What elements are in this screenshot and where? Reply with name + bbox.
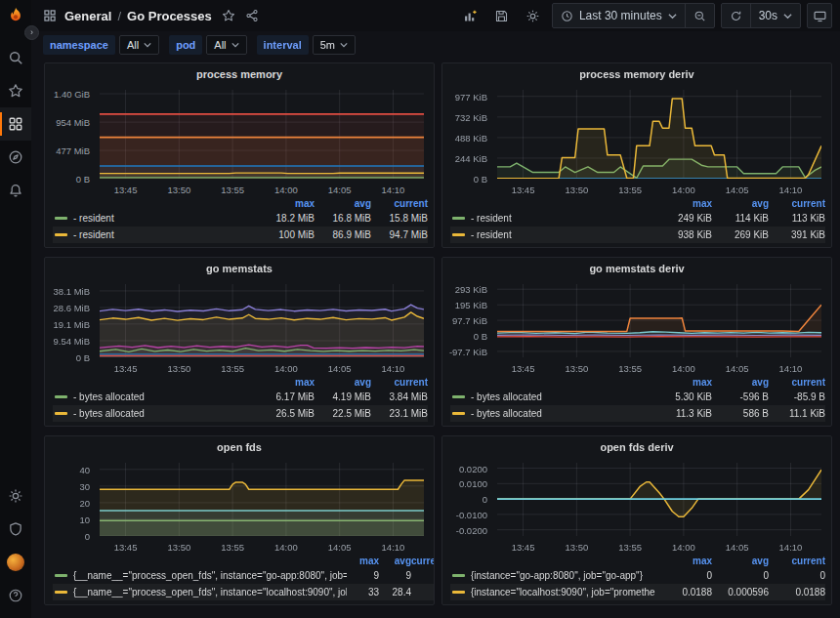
- compass-icon: [8, 149, 23, 165]
- chart-process-memory: 1.40 GiB954 MiB477 MiB0 B13:4513:5013:55…: [51, 86, 428, 195]
- kiosk-mode-button[interactable]: [807, 3, 832, 28]
- legend-value: 22.5 MiB: [315, 408, 371, 419]
- x-tick-label: 13:45: [114, 185, 138, 195]
- plot-area[interactable]: [100, 90, 424, 179]
- legend-col-avg[interactable]: avg: [712, 556, 769, 566]
- legend-row[interactable]: - bytes allocated11.3 KiB586 B11.1 KiB: [450, 405, 825, 422]
- y-axis-labels: 1.40 GiB954 MiB477 MiB0 B: [51, 90, 94, 179]
- legend-col-current[interactable]: current: [769, 198, 825, 209]
- series-color-swatch: [452, 574, 465, 577]
- user-avatar[interactable]: [7, 554, 24, 571]
- y-axis-labels: 293 KiB195 KiB97.7 KiB0 B-97.7 KiB: [448, 284, 491, 357]
- sidebar-item-configuration[interactable]: [0, 479, 31, 513]
- legend-col-max[interactable]: max: [258, 198, 315, 209]
- sidebar-item-server-admin[interactable]: [0, 513, 31, 546]
- legend-row[interactable]: - bytes allocated26.5 MiB22.5 MiB23.1 Mi…: [53, 405, 428, 422]
- legend-col-avg[interactable]: avg: [315, 198, 371, 209]
- panel-title[interactable]: process memory: [45, 63, 434, 84]
- refresh-button[interactable]: [722, 4, 750, 27]
- legend-value: 938 KiB: [655, 229, 712, 240]
- zoom-out-time-button[interactable]: [685, 4, 714, 27]
- legend-row[interactable]: - resident18.2 MiB16.8 MiB15.8 MiB: [53, 210, 428, 227]
- panel-title[interactable]: go memstats: [45, 258, 434, 278]
- legend-row[interactable]: - resident249 KiB114 KiB113 KiB: [450, 210, 825, 227]
- legend-col-avg[interactable]: avg: [712, 377, 769, 388]
- legend-col-current[interactable]: current: [769, 556, 825, 566]
- chevron-down-icon: [231, 41, 239, 49]
- legend: maxavgcurrent- resident249 KiB114 KiB113…: [442, 195, 831, 247]
- sidebar-item-explore[interactable]: [0, 141, 31, 174]
- sidebar-item-starred[interactable]: [0, 74, 31, 107]
- legend-col-avg[interactable]: avg: [712, 198, 769, 209]
- variable-value-dropdown[interactable]: All: [206, 35, 246, 55]
- plot-area[interactable]: [497, 90, 821, 179]
- plot-area[interactable]: [497, 463, 821, 536]
- series-color-swatch: [55, 217, 67, 220]
- legend-row[interactable]: - bytes allocated6.17 MiB4.19 MiB3.84 Mi…: [53, 389, 428, 405]
- legend-col-current[interactable]: current: [411, 556, 435, 566]
- legend-col-avg[interactable]: avg: [379, 556, 411, 566]
- series-color-swatch: [452, 217, 465, 220]
- legend-col-max[interactable]: max: [347, 556, 379, 566]
- panel-title[interactable]: process memory deriv: [442, 63, 831, 84]
- sidebar-expand-button[interactable]: ›: [24, 25, 39, 40]
- chart-process-memory-deriv: 977 KiB732 KiB488 KiB244 KiB0 B13:4513:5…: [448, 86, 825, 195]
- variable-namespace: namespaceAll: [43, 35, 159, 55]
- plot-area[interactable]: [497, 284, 821, 357]
- legend-row[interactable]: {instance="localhost:9090", job="prometh…: [450, 584, 825, 600]
- x-axis-labels: 13:4513:5013:5514:0014:0514:10: [497, 359, 821, 374]
- variable-value-dropdown[interactable]: 5m: [313, 35, 356, 55]
- legend-col-current[interactable]: current: [371, 377, 428, 388]
- legend-row[interactable]: - resident938 KiB269 KiB391 KiB: [450, 227, 825, 243]
- dashboard-settings-button[interactable]: [521, 4, 546, 27]
- plot-area[interactable]: [100, 463, 424, 536]
- chart-open-fds: 40302010013:4513:5013:5514:0014:0514:10: [51, 459, 428, 553]
- legend: maxavgcurrent- resident18.2 MiB16.8 MiB1…: [45, 195, 434, 247]
- share-icon[interactable]: [245, 9, 259, 22]
- star-dashboard-icon[interactable]: [222, 9, 235, 22]
- sidebar-item-search[interactable]: [0, 41, 31, 74]
- sidebar-item-alerting[interactable]: [0, 174, 31, 207]
- star-icon: [8, 83, 23, 99]
- save-dashboard-button[interactable]: [489, 4, 515, 27]
- variable-label[interactable]: pod: [169, 35, 202, 55]
- legend-value: 113 KiB: [769, 213, 825, 224]
- panel-title[interactable]: go memstats deriv: [442, 258, 831, 278]
- time-range-picker[interactable]: Last 30 minutes: [553, 4, 685, 27]
- plot-area[interactable]: [100, 284, 424, 357]
- variable-value-dropdown[interactable]: All: [119, 35, 159, 55]
- chevron-down-icon: [144, 41, 151, 49]
- legend-col-avg[interactable]: avg: [315, 377, 371, 388]
- legend-col-max[interactable]: max: [655, 556, 712, 566]
- grafana-logo-icon[interactable]: [5, 6, 26, 27]
- x-tick-label: 14:05: [328, 185, 352, 195]
- legend-row[interactable]: {__name__="process_open_fds", instance="…: [53, 584, 435, 600]
- sidebar-item-help[interactable]: [0, 579, 31, 612]
- panel-open-fds-deriv: open fds deriv0.02000.01000-0.0100-0.020…: [441, 435, 832, 605]
- x-axis-labels: 13:4513:5013:5514:0014:0514:10: [497, 538, 821, 553]
- legend-col-current[interactable]: current: [769, 377, 825, 388]
- dashboard-header: General / Go Processes: [31, 0, 840, 31]
- legend-row[interactable]: - resident100 MiB86.9 MiB94.7 MiB: [53, 227, 428, 243]
- breadcrumb-dashboard-title[interactable]: Go Processes: [127, 9, 212, 23]
- legend-row[interactable]: - bytes allocated5.30 KiB-596 B-85.9 B: [450, 389, 825, 405]
- panel-title[interactable]: open fds deriv: [442, 436, 831, 457]
- panel-title[interactable]: open fds: [45, 436, 434, 457]
- refresh-interval-picker[interactable]: 30s: [750, 4, 800, 27]
- legend-col-max[interactable]: max: [258, 377, 315, 388]
- breadcrumb-folder[interactable]: General: [64, 9, 111, 23]
- dashboard-grid: process memory1.40 GiB954 MiB477 MiB0 B1…: [31, 59, 840, 618]
- chart-add-icon: [463, 9, 478, 23]
- variable-label[interactable]: interval: [257, 35, 309, 55]
- legend-row[interactable]: {instance="go-app:8080", job="go-app"}00…: [450, 567, 825, 584]
- legend-col-current[interactable]: current: [371, 198, 428, 209]
- series-color-swatch: [55, 395, 67, 398]
- x-tick-label: 14:05: [726, 185, 749, 195]
- legend-col-max[interactable]: max: [655, 377, 712, 388]
- add-panel-button[interactable]: [458, 4, 483, 27]
- legend-row[interactable]: {__name__="process_open_fds", instance="…: [53, 567, 435, 584]
- legend-col-max[interactable]: max: [655, 198, 712, 209]
- sidebar-item-dashboards[interactable]: [0, 107, 31, 141]
- variable-label[interactable]: namespace: [43, 35, 115, 55]
- tv-icon: [813, 9, 827, 23]
